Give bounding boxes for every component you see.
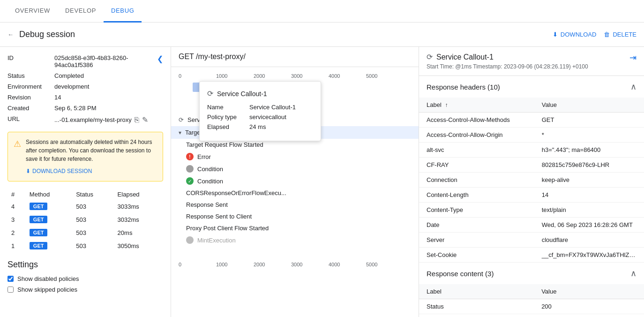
show-disabled-row: Show disabled policies bbox=[7, 275, 163, 282]
flow-sub-response-sent: Response Sent bbox=[171, 199, 419, 211]
tab-develop[interactable]: DEVELOP bbox=[58, 0, 104, 23]
download-icon: ⬇ bbox=[553, 31, 558, 38]
sort-icon[interactable]: ↑ bbox=[445, 102, 448, 108]
meta-status: Status Completed bbox=[7, 72, 163, 79]
table-row[interactable]: 4 GET 503 3033ms bbox=[7, 200, 163, 213]
table-row[interactable]: Access-Control-Allow-Origin * bbox=[419, 128, 644, 143]
callout-icon: ⟳ bbox=[179, 116, 184, 123]
col-method: Method bbox=[26, 189, 72, 200]
flow-sub-error[interactable]: ! Error bbox=[171, 151, 419, 163]
cors-label: CORSResponseOrErrorFlowExecu... bbox=[186, 189, 286, 196]
table-row[interactable]: Set-Cookie __cf_bm=FX79xT9WXvJa6THlZIek5… bbox=[419, 248, 644, 263]
tooltip-callout-icon: ⟳ bbox=[207, 89, 213, 98]
timeline-svg-area: 0 1000 2000 3000 4000 5000 ⟳ Service Cal… bbox=[171, 67, 419, 110]
svg-text:0: 0 bbox=[179, 262, 181, 267]
table-row[interactable]: Content-Type text/plain bbox=[419, 203, 644, 218]
response-headers-section[interactable]: Response headers (10) ∧ bbox=[419, 76, 644, 98]
right-panel-info: ⟳ Service Callout-1 Start Time: @1ms Tim… bbox=[427, 53, 588, 70]
row-id: 4 bbox=[7, 200, 26, 213]
rh-label: Connection bbox=[419, 173, 534, 188]
header-actions: ⬇ DOWNLOAD 🗑 DELETE bbox=[553, 31, 637, 38]
table-row[interactable]: 3 GET 503 3032ms bbox=[7, 213, 163, 226]
table-row[interactable]: Date Wed, 06 Sep 2023 16:28:26 GMT bbox=[419, 218, 644, 233]
show-skipped-checkbox[interactable] bbox=[7, 287, 14, 293]
delete-button[interactable]: 🗑 DELETE bbox=[604, 31, 637, 38]
middle-panel: GET /my-test-proxy/ 0 1000 2000 3000 400… bbox=[171, 47, 419, 317]
row-elapsed: 3050ms bbox=[114, 239, 163, 252]
created-value: Sep 6, 5:28 PM bbox=[54, 105, 97, 112]
copy-icon[interactable]: ⎘ bbox=[135, 116, 139, 124]
response-headers-chevron: ∧ bbox=[630, 82, 637, 92]
alert-box: ⚠ Sessions are automatically deleted wit… bbox=[7, 132, 163, 181]
collapse-icon[interactable]: ❮ bbox=[157, 54, 163, 68]
response-content-section[interactable]: Response content (3) ∧ bbox=[419, 263, 644, 284]
tab-overview[interactable]: OVERVIEW bbox=[7, 0, 58, 23]
rh-label: Date bbox=[419, 218, 534, 233]
svg-text:3000: 3000 bbox=[291, 262, 302, 267]
svg-text:1000: 1000 bbox=[216, 73, 227, 79]
table-row[interactable]: Reason phrase OK bbox=[419, 314, 644, 317]
response-headers-table: Label ↑ Value Access-Control-Allow-Metho… bbox=[419, 98, 644, 263]
delete-icon: 🗑 bbox=[604, 31, 610, 38]
url-value: ...-01.example/my-test-proxy ⎘ ✎ bbox=[54, 115, 148, 124]
response-headers-title: Response headers (10) bbox=[427, 83, 500, 91]
table-row[interactable]: Access-Control-Allow-Methods GET bbox=[419, 113, 644, 128]
svg-text:1000: 1000 bbox=[216, 262, 227, 267]
edit-icon[interactable]: ✎ bbox=[142, 115, 148, 124]
svg-text:5000: 5000 bbox=[366, 262, 377, 267]
rc-label: Reason phrase bbox=[419, 314, 534, 317]
meta-url: URL ...-01.example/my-test-proxy ⎘ ✎ bbox=[7, 115, 163, 124]
right-panel-expand-icon[interactable]: ⇥ bbox=[629, 53, 637, 63]
rh-value: cloudflare bbox=[534, 233, 644, 248]
download-session-link[interactable]: ⬇ DOWNLOAD SESSION bbox=[26, 167, 157, 175]
status-label: Status bbox=[7, 72, 54, 79]
rh-value: 14 bbox=[534, 188, 644, 203]
settings-section: Settings Show disabled policies Show ski… bbox=[7, 260, 163, 293]
table-row[interactable]: 2 GET 503 20ms bbox=[7, 226, 163, 239]
rh-value: __cf_bm=FX79xT9WXvJa6THlZIek5... bbox=[534, 248, 644, 263]
revision-value: 14 bbox=[54, 94, 61, 101]
rh-value: GET bbox=[534, 113, 644, 128]
table-row[interactable]: 1 GET 503 3050ms bbox=[7, 239, 163, 252]
meta-environment: Environment development bbox=[7, 83, 163, 90]
tooltip-name-row: Name Service Callout-1 bbox=[207, 104, 313, 111]
alert-text: Sessions are automatically deleted withi… bbox=[26, 138, 157, 175]
id-value: 025dc858-e3f0-4b83-8260-94ac0a1f5386 bbox=[54, 54, 157, 68]
flow-sub-response-client: Response Sent to Client bbox=[171, 211, 419, 222]
expand-icon: ▾ bbox=[179, 129, 181, 136]
flow-sub-condition-green[interactable]: ✓ Condition bbox=[171, 175, 419, 187]
mint-label: MintExecution bbox=[197, 237, 236, 244]
download-button[interactable]: ⬇ DOWNLOAD bbox=[553, 31, 597, 38]
back-button[interactable]: ← bbox=[7, 31, 14, 38]
table-row[interactable]: Connection keep-alive bbox=[419, 173, 644, 188]
row-status: 503 bbox=[72, 226, 113, 239]
table-row[interactable]: Server cloudflare bbox=[419, 233, 644, 248]
svg-text:4000: 4000 bbox=[329, 73, 340, 79]
rh-col-value: Value bbox=[534, 98, 644, 113]
rh-label: CF-RAY bbox=[419, 158, 534, 173]
service-callout-icon: ⟳ bbox=[427, 53, 433, 61]
row-elapsed: 3033ms bbox=[114, 200, 163, 213]
condition-gray-dot bbox=[186, 165, 194, 173]
right-panel: ⟳ Service Callout-1 Start Time: @1ms Tim… bbox=[419, 47, 644, 317]
show-disabled-checkbox[interactable] bbox=[7, 276, 14, 282]
flow-started-label: Target Request Flow Started bbox=[186, 141, 263, 148]
delete-label: DELETE bbox=[613, 31, 637, 38]
rh-value: Wed, 06 Sep 2023 16:28:26 GMT bbox=[534, 218, 644, 233]
tab-debug[interactable]: DEBUG bbox=[104, 0, 142, 23]
table-row[interactable]: Status 200 bbox=[419, 299, 644, 314]
rh-label: alt-svc bbox=[419, 143, 534, 158]
row-method: GET bbox=[26, 200, 72, 213]
error-dot: ! bbox=[186, 153, 194, 160]
row-id: 3 bbox=[7, 213, 26, 226]
rc-value: 200 bbox=[534, 299, 644, 314]
rc-value: OK bbox=[534, 314, 644, 317]
table-row[interactable]: CF-RAY 802815c759e876c9-LHR bbox=[419, 158, 644, 173]
rh-label: Set-Cookie bbox=[419, 248, 534, 263]
rc-label: Status bbox=[419, 299, 534, 314]
table-row[interactable]: Content-Length 14 bbox=[419, 188, 644, 203]
meta-revision: Revision 14 bbox=[7, 94, 163, 101]
flow-sub-mint[interactable]: MintExecution bbox=[171, 234, 419, 246]
flow-sub-condition-gray[interactable]: Condition bbox=[171, 163, 419, 175]
table-row[interactable]: alt-svc h3=".443"; ma=86400 bbox=[419, 143, 644, 158]
